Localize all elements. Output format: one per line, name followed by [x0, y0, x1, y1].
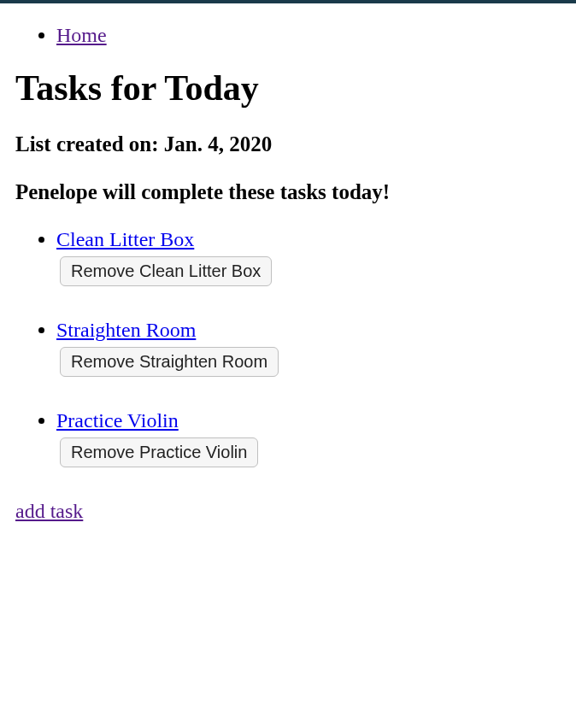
remove-task-button[interactable]: Remove Straighten Room [60, 347, 279, 377]
list-item: Straighten Room Remove Straighten Room [56, 319, 561, 377]
task-link[interactable]: Clean Litter Box [56, 228, 194, 250]
created-on-heading: List created on: Jan. 4, 2020 [15, 132, 561, 156]
add-task-link[interactable]: add task [15, 500, 83, 522]
remove-form: Remove Practice Violin [60, 437, 561, 467]
remove-form: Remove Straighten Room [60, 347, 561, 377]
top-border [0, 0, 576, 3]
list-item: Clean Litter Box Remove Clean Litter Box [56, 228, 561, 286]
nav-item-home: Home [56, 24, 561, 47]
remove-task-button[interactable]: Remove Clean Litter Box [60, 256, 272, 286]
page-title: Tasks for Today [15, 68, 561, 109]
remove-task-button[interactable]: Remove Practice Violin [60, 437, 258, 467]
remove-form: Remove Clean Litter Box [60, 256, 561, 286]
assignee-heading: Penelope will complete these tasks today… [15, 180, 561, 204]
task-list: Clean Litter Box Remove Clean Litter Box… [15, 228, 561, 467]
task-link[interactable]: Straighten Room [56, 319, 196, 341]
footer: add task [15, 500, 561, 523]
task-link[interactable]: Practice Violin [56, 409, 179, 432]
nav-list: Home [15, 24, 561, 47]
page-content: Home Tasks for Today List created on: Ja… [0, 24, 576, 538]
home-link[interactable]: Home [56, 24, 107, 46]
list-item: Practice Violin Remove Practice Violin [56, 409, 561, 467]
